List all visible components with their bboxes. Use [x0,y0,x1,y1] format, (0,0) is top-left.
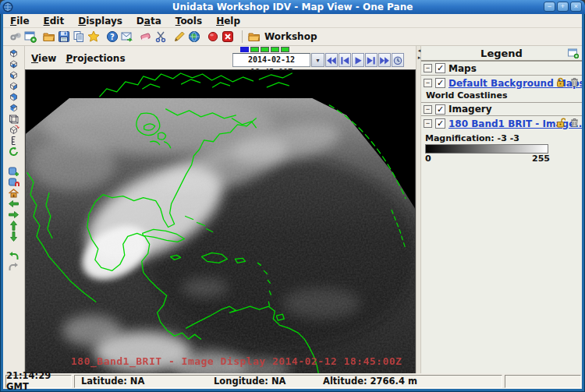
pan-up-icon[interactable] [7,221,20,231]
view-west-cube-icon[interactable] [7,103,20,113]
zoom-in-icon[interactable] [7,166,20,176]
vertical-scale-ruler-icon[interactable] [7,136,20,146]
collapse-maps-button[interactable]: − [424,64,432,72]
legend-row-band1-brit: − ✓ 180 Band1 BRIT - Image... [421,116,582,131]
save-bundle-icon[interactable] [58,30,70,43]
time-dropdown-button[interactable]: ▼ [311,53,324,67]
help-icon[interactable]: ? [106,30,119,43]
projections-globe-icon[interactable] [188,30,200,43]
time-step[interactable] [261,47,269,52]
collapse-band1-button[interactable]: − [424,119,432,128]
time-value-field[interactable]: 2014-02-12 18:45:00Z [232,53,310,67]
perspective-box-icon[interactable] [7,114,20,124]
lock-open-icon[interactable] [555,118,566,128]
workshop-label: Workshop [264,31,317,42]
legend-panel: Legend − ✓ Maps − ✓ Default Background M… [421,46,582,373]
grayscale-colorbar[interactable] [425,144,548,154]
close-button[interactable]: × [570,2,582,12]
auto-rotate-icon[interactable] [7,147,20,157]
step-back-button[interactable] [339,53,351,67]
menu-view[interactable]: View [30,52,64,65]
menu-help[interactable]: Help [209,15,247,27]
view-east-cube-icon[interactable] [7,81,20,91]
exit-icon[interactable] [222,30,234,43]
play-button[interactable] [352,53,364,67]
maximize-button[interactable]: + [557,2,569,12]
cancel-loads-icon[interactable] [207,30,219,43]
lock-closed-icon[interactable] [555,77,566,87]
map-panel: View Projections 2014-02-12 18:45:00Z ▼ [25,46,416,373]
menu-data[interactable]: Data [129,15,168,27]
cursor-readout: Latitude: NA Longitude: NA Altitude: 276… [74,375,502,388]
title-bar[interactable]: Unidata Workshop IDV - Map View - One Pa… [0,0,585,14]
float-legend-icon[interactable] [568,48,579,58]
view-north-cube-icon[interactable] [7,70,20,80]
time-step-indicator[interactable] [240,47,289,52]
workshop-toolbar-group[interactable]: Workshop [248,30,317,43]
maps-visibility-checkbox[interactable]: ✓ [435,63,445,73]
view-bottom-cube-icon[interactable] [7,59,20,69]
cut-icon[interactable] [154,30,167,43]
legend-row-default-background-maps: − ✓ Default Background Maps [421,76,582,90]
copy-icon[interactable] [73,30,85,43]
background-maps-checkbox[interactable]: ✓ [435,78,445,88]
menu-displays[interactable]: Displays [71,15,129,27]
animation-properties-button[interactable] [392,53,404,67]
image-display-caption: 180_Band1_BRIT - Image Display 2014-02-1… [71,355,402,367]
new-display-window-icon[interactable] [24,30,37,43]
svg-text:?: ? [110,33,115,41]
pan-right-icon[interactable] [7,210,20,220]
menu-edit[interactable]: Edit [37,15,72,27]
time-step[interactable] [281,47,289,52]
legend-splitter[interactable]: ◂ ▸ [416,46,421,373]
home-view-icon[interactable] [7,188,20,198]
time-step[interactable] [250,47,259,52]
data-chooser-icon[interactable] [9,30,22,43]
open-bundle-folder-icon[interactable] [43,30,55,43]
altitude-readout: Altitude: 2766.4 m [323,376,417,387]
edit-pencil-icon[interactable] [173,30,186,43]
map-view-canvas[interactable]: 180_Band1_BRIT - Image Display 2014-02-1… [25,69,416,373]
colorbar-max-label: 255 [532,154,550,164]
erase-displays-icon[interactable] [140,30,152,43]
collapse-background-maps-button[interactable]: − [424,79,432,87]
map-menu-bar: View Projections 2014-02-12 18:45:00Z ▼ [25,46,416,69]
workshop-folder-icon [248,30,261,43]
magnification-label: Magnification: -3 -3 [421,131,582,144]
view-top-cube-icon[interactable] [7,48,20,58]
band1-visibility-checkbox[interactable]: ✓ [435,118,445,129]
view-south-cube-icon[interactable] [7,92,20,102]
imagery-visibility-checkbox[interactable]: ✓ [435,104,445,115]
step-forward-button[interactable] [365,53,378,67]
time-step-current[interactable] [240,47,249,52]
time-step[interactable] [271,47,279,52]
menu-projections[interactable]: Projections [64,52,133,65]
go-to-end-button[interactable] [378,53,391,67]
legend-title: Legend [480,48,523,59]
satellite-image [26,70,415,373]
main-toolbar: ? Workshop [3,28,582,46]
menu-tools[interactable]: Tools [168,15,209,27]
rotate-view-cube-icon[interactable] [7,125,20,135]
latitude-readout: Latitude: NA [81,376,214,387]
pan-down-icon[interactable] [7,231,20,242]
window-title: Unidata Workshop IDV - Map View - One Pa… [0,2,585,12]
undo-icon[interactable] [7,251,20,261]
pan-left-icon[interactable] [7,199,20,209]
zoom-out-icon[interactable] [7,177,20,187]
maps-group-label: Maps [448,63,477,74]
collapse-imagery-button[interactable]: − [424,105,432,114]
legend-header: Legend [421,46,582,62]
go-to-start-button[interactable] [325,53,338,67]
favorites-star-icon[interactable] [87,30,100,43]
redo-icon[interactable] [7,262,20,272]
imagery-group-label: Imagery [448,104,492,115]
support-request-icon[interactable] [121,30,133,43]
trash-icon[interactable] [570,77,579,87]
minimize-button[interactable]: − [544,2,555,12]
viewpoint-toolbar [3,46,25,373]
menu-file[interactable]: File [3,15,37,27]
trash-icon[interactable] [570,118,579,128]
main-area: View Projections 2014-02-12 18:45:00Z ▼ [3,46,582,373]
longitude-readout: Longitude: NA [214,376,323,387]
